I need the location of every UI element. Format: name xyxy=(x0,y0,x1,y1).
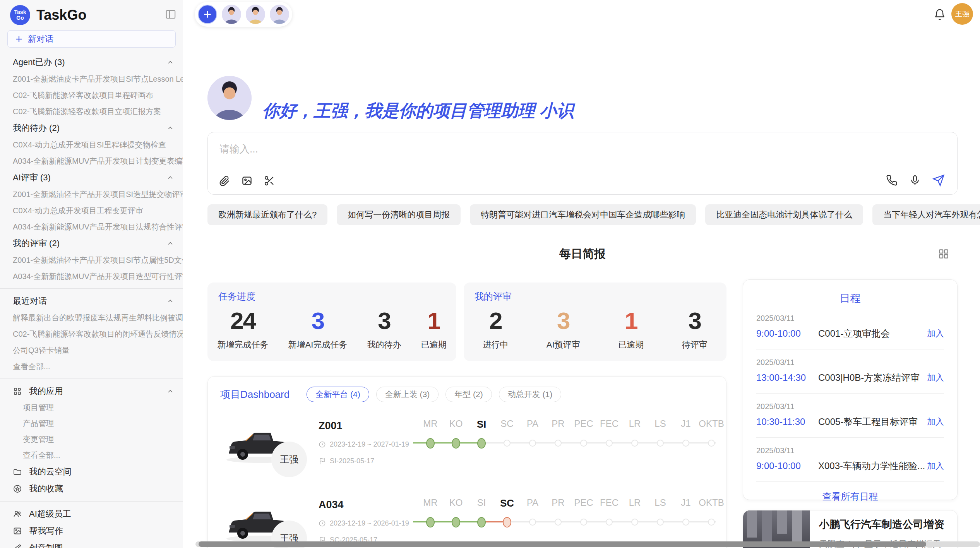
attachment-icon[interactable] xyxy=(219,175,230,187)
view-all-schedule-link[interactable]: 查看所有日程 xyxy=(756,490,944,503)
milestone-label: KO xyxy=(443,497,469,509)
chevron-up-icon[interactable] xyxy=(166,124,174,132)
milestone-label: PEC xyxy=(571,497,596,509)
user-avatar[interactable]: 王强 xyxy=(951,3,973,25)
join-meeting-link[interactable]: 加入 xyxy=(927,328,944,339)
milestone-dot xyxy=(631,519,638,526)
news-title: 小鹏飞行汽车制造公司增资 xyxy=(819,517,949,531)
sidebar-item-ai-super-staff[interactable]: AI超级员工 xyxy=(0,505,183,522)
recent-chat-item[interactable]: C02-飞腾新能源轻客改款项目的闭环通告反馈情况 xyxy=(0,326,183,342)
sidebar-task-item[interactable]: Z001-全新燃油皮卡产品开发项目SI节点Lesson Learn报告 xyxy=(0,71,183,87)
new-chat-button[interactable]: 新对话 xyxy=(7,30,176,48)
microphone-icon[interactable] xyxy=(909,175,921,186)
section-header-recent-chats[interactable]: 最近对话 xyxy=(0,293,183,310)
milestone-dot-done xyxy=(452,517,460,527)
sidebar-item-help-me-write[interactable]: 帮我写作 xyxy=(0,522,183,539)
tab-new-body[interactable]: 全新上装 (3) xyxy=(376,387,439,402)
schedule-item: 2025/03/11 9:00-10:00 C001-立项审批会 加入 xyxy=(756,305,944,349)
milestone-dot-done xyxy=(426,438,435,449)
stat-value: 1 xyxy=(618,309,644,333)
send-icon[interactable] xyxy=(932,174,945,187)
schedule-date: 2025/03/11 xyxy=(756,314,944,323)
chevron-up-icon[interactable] xyxy=(166,58,174,66)
phone-call-icon[interactable] xyxy=(886,175,898,186)
clock-icon xyxy=(319,520,326,527)
section-header-agent-done[interactable]: Agent已办 (3) xyxy=(0,54,183,71)
chevron-up-icon[interactable] xyxy=(166,297,174,305)
milestone-label-current: SI xyxy=(469,418,494,430)
sidebar-task-item[interactable]: C02-飞腾新能源轻客改款项目里程碑画布 xyxy=(0,87,183,103)
section-header-my-review[interactable]: 我的评审 (2) xyxy=(0,235,183,252)
app-link-product-mgmt[interactable]: 产品管理 xyxy=(0,416,183,432)
chevron-up-icon[interactable] xyxy=(166,387,174,395)
horizontal-scrollbar-track[interactable] xyxy=(195,541,980,547)
agent-avatar[interactable] xyxy=(270,5,289,24)
sidebar-collapse-icon[interactable] xyxy=(165,9,176,20)
sidebar-task-item[interactable]: C0X4-动力总成开发项目SI里程碑提交物检查 xyxy=(0,137,183,153)
join-meeting-link[interactable]: 加入 xyxy=(927,460,944,472)
sidebar-task-item[interactable]: A034-全新新能源MUV产品开发项目造型可行性评审 xyxy=(0,268,183,284)
suggestion-chip[interactable]: 特朗普可能对进口汽车增税会对中国车企造成哪些影响 xyxy=(470,204,696,225)
recent-chat-view-all[interactable]: 查看全部... xyxy=(0,358,183,375)
app-link-view-all[interactable]: 查看全部... xyxy=(0,447,183,463)
recent-chat-item[interactable]: 公司Q3轻卡销量 xyxy=(0,342,183,358)
section-header-ai-review[interactable]: AI评审 (3) xyxy=(0,169,183,186)
stat-label: 已逾期 xyxy=(618,339,644,351)
image-upload-icon[interactable] xyxy=(241,175,253,187)
sidebar: Task Go TaskGo 新对话 Agent已办 (3) Z001-全新燃油… xyxy=(0,0,183,548)
horizontal-scrollbar-thumb[interactable] xyxy=(199,541,926,547)
milestone-label: FEC xyxy=(596,497,622,509)
section-label: 最近对话 xyxy=(13,295,47,307)
schedule-event-title: C005-整车工程目标评审 xyxy=(818,416,927,428)
scissors-icon[interactable] xyxy=(264,175,275,187)
project-date-range: 2023-12-19 ~ 2027-01-19 xyxy=(330,440,409,449)
suggestion-chip[interactable]: 如何写一份清晰的项目周报 xyxy=(337,204,461,225)
tab-powertrain-dev[interactable]: 动总开发 (1) xyxy=(499,387,562,402)
suggestion-chip[interactable]: 当下年轻人对汽车外观有怎样的喜好趋势 xyxy=(872,204,980,225)
app-link-change-mgmt[interactable]: 变更管理 xyxy=(0,432,183,447)
join-meeting-link[interactable]: 加入 xyxy=(927,416,944,428)
milestone-label: J1 xyxy=(673,418,699,430)
section-label: AI评审 (3) xyxy=(13,172,51,183)
flag-icon xyxy=(319,457,326,465)
join-meeting-link[interactable]: 加入 xyxy=(927,372,944,384)
recent-chat-item[interactable]: 解释最新出台的欧盟报废车法规再生塑料比例被调至15%... xyxy=(0,310,183,326)
chevron-up-icon[interactable] xyxy=(166,174,174,182)
notification-bell-icon[interactable] xyxy=(934,9,946,21)
app-link-project-mgmt[interactable]: 项目管理 xyxy=(0,400,183,416)
schedule-event-title: C003|H0B-方案冻结评审 xyxy=(818,372,927,384)
milestone-timeline: MR KO SI SC PA PR PEC FEC LR LS J1 OKTB xyxy=(418,418,726,452)
milestone-dot xyxy=(606,440,613,447)
sidebar-item-my-apps[interactable]: 我的应用 xyxy=(0,383,183,400)
chevron-up-icon[interactable] xyxy=(166,240,174,247)
sidebar-task-item[interactable]: Z001-全新燃油轻卡产品开发项目SI造型提交物评审 xyxy=(0,186,183,202)
sidebar-task-item[interactable]: C02-飞腾新能源轻客改款项目立项汇报方案 xyxy=(0,103,183,120)
sidebar-task-item[interactable]: Z001-全新燃油轻卡产品开发项目SI节点属性5D文件评审 xyxy=(0,252,183,268)
message-composer[interactable]: 请输入... xyxy=(207,132,958,195)
dashboard-title: 项目Dashboard xyxy=(220,388,290,401)
sidebar-item-favorites[interactable]: 我的收藏 xyxy=(0,480,183,497)
tab-new-platform[interactable]: 全新平台 (4) xyxy=(307,387,369,402)
project-row[interactable]: 王强 Z001 2023-12-19 ~ 2027-01-19 SI-2025-… xyxy=(208,418,726,483)
project-info: Z001 2023-12-19 ~ 2027-01-19 SI-2025-05-… xyxy=(319,418,415,465)
agent-avatar[interactable] xyxy=(222,5,241,24)
sidebar-item-cloud-space[interactable]: 我的云空间 xyxy=(0,463,183,480)
card-title: 任务进度 xyxy=(218,290,255,303)
suggestion-chip[interactable]: 比亚迪全固态电池计划具体说了什么 xyxy=(705,204,863,225)
section-header-my-todo[interactable]: 我的待办 (2) xyxy=(0,120,183,137)
stat-my-todo: 3 我的待办 xyxy=(367,309,401,351)
project-row[interactable]: 王强 A034 2023-12-19 ~ 2026-01-19 SC-2025-… xyxy=(208,497,726,548)
new-conversation-button[interactable] xyxy=(198,5,217,24)
sidebar-task-item[interactable]: A034-全新新能源MUV产品开发项目法规符合性评审 xyxy=(0,219,183,235)
sidebar-task-item[interactable]: A034-全新新能源MUV产品开发项目计划变更表编写 xyxy=(0,153,183,169)
sidebar-task-item[interactable]: C0X4-动力总成开发项目工程变更评审 xyxy=(0,202,183,219)
stat-pending-review: 3 待评审 xyxy=(682,309,708,351)
stat-value: 3 xyxy=(682,309,708,333)
agent-avatar[interactable] xyxy=(246,5,265,24)
plus-icon xyxy=(15,35,23,43)
briefing-layout-icon[interactable] xyxy=(937,248,950,260)
milestone-dot xyxy=(529,440,536,447)
suggestion-chip[interactable]: 欧洲新规最近颁布了什么? xyxy=(207,204,327,225)
sidebar-item-creative-drawing[interactable]: 创意制图 xyxy=(0,539,183,548)
tab-year-model[interactable]: 年型 (2) xyxy=(445,387,492,402)
